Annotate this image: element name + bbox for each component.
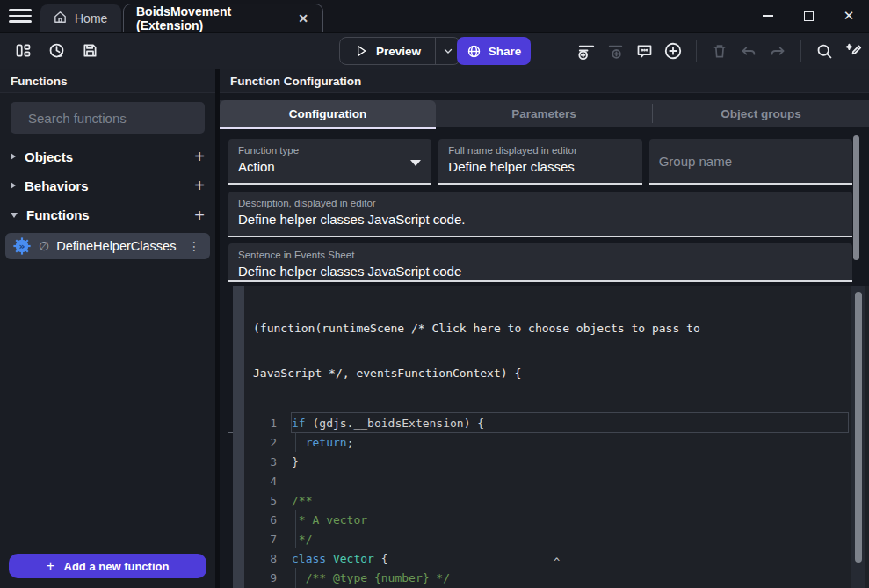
toolbar-separator	[800, 40, 801, 62]
tab-configuration[interactable]: Configuration	[220, 100, 436, 127]
save-icon[interactable]	[79, 40, 100, 62]
home-icon	[53, 10, 68, 27]
sentence-field[interactable]: Sentence in Events Sheet Define helper c…	[228, 243, 852, 282]
add-other-event-icon[interactable]	[663, 40, 684, 62]
close-window-button[interactable]: ✕	[829, 0, 869, 32]
javascript-code-event: (function(runtimeScene /* Click here to …	[220, 286, 869, 588]
group-name-input[interactable]	[659, 145, 843, 178]
code-line[interactable]: 2 return;	[253, 432, 848, 452]
line-number: 5	[253, 494, 292, 507]
code-line[interactable]: 1if (gdjs.__boidsExtension) {	[253, 413, 848, 432]
redo-icon[interactable]	[767, 40, 788, 62]
description-field[interactable]: Description, displayed in editor Define …	[228, 192, 852, 237]
line-number: 7	[253, 533, 292, 546]
tab-home-label: Home	[75, 11, 107, 25]
preview-options-dropdown[interactable]	[435, 38, 460, 64]
function-configuration-panel: Function Configuration Configuration Par…	[220, 69, 869, 588]
globe-icon	[467, 44, 482, 59]
line-number: 2	[253, 436, 292, 449]
line-content[interactable]: class Vector {	[292, 548, 848, 568]
delete-icon[interactable]	[709, 40, 730, 62]
share-button[interactable]: Share	[457, 37, 531, 65]
undo-icon[interactable]	[738, 40, 759, 62]
line-number: 9	[253, 571, 292, 584]
no-parameters-icon: ∅	[39, 239, 49, 253]
scroll-hint-caret: ^	[554, 556, 560, 569]
sentence-value: Define helper classes JavaScript code	[238, 264, 843, 279]
main-panel-header: Function Configuration	[220, 69, 869, 93]
preview-button[interactable]: Preview	[340, 38, 435, 64]
full-name-field[interactable]: Full name displayed in editor Define hel…	[438, 139, 641, 185]
group-name-field[interactable]	[649, 139, 852, 185]
code-line[interactable]: 5/**	[253, 490, 848, 510]
add-object-button[interactable]: +	[194, 148, 205, 165]
code-frame-header[interactable]: (function(runtimeScene /* Click here to …	[253, 291, 848, 410]
code-line[interactable]: 6 * A vector	[253, 510, 848, 529]
search-functions-box[interactable]	[11, 102, 205, 134]
content-area: Functions Objects + Behaviors + Function…	[0, 69, 869, 588]
preview-label: Preview	[376, 45, 421, 58]
window-controls: ✕	[748, 0, 869, 32]
add-event-icon[interactable]	[576, 40, 597, 62]
chevron-right-icon	[11, 153, 16, 160]
section-label: Functions	[26, 207, 185, 222]
function-item-label: DefineHelperClasses	[56, 239, 178, 253]
kebab-menu-icon[interactable]: ⋮	[185, 239, 203, 253]
chevron-down-icon	[11, 213, 18, 218]
minimize-button[interactable]	[748, 0, 788, 32]
add-comment-icon[interactable]	[634, 40, 655, 62]
tab-parameters[interactable]: Parameters	[436, 100, 652, 127]
line-number: 4	[253, 475, 292, 488]
share-label: Share	[489, 45, 522, 58]
add-behavior-button[interactable]: +	[194, 177, 205, 194]
code-editor[interactable]: (function(runtimeScene /* Click here to …	[244, 286, 869, 588]
line-content[interactable]: /**	[292, 490, 848, 510]
configuration-tabs: Configuration Parameters Object groups	[220, 100, 869, 127]
code-line[interactable]: 4	[253, 471, 848, 490]
sidebar-header: Functions	[0, 69, 215, 93]
form-scrollbar-thumb[interactable]	[853, 135, 859, 260]
function-type-label: Function type	[238, 145, 422, 156]
search-functions-input[interactable]	[28, 111, 203, 126]
add-new-function-label: Add a new function	[64, 560, 170, 573]
event-drag-handle[interactable]	[233, 286, 244, 588]
line-content[interactable]: }	[292, 452, 848, 471]
code-line[interactable]: 7 */	[253, 529, 848, 548]
line-content[interactable]	[292, 471, 848, 490]
minimize-icon	[763, 15, 773, 17]
line-content[interactable]: * A vector	[292, 510, 848, 529]
tab-active-label: BoidsMovement (Extension)	[136, 4, 289, 33]
version-history-icon[interactable]	[46, 40, 67, 62]
add-subevent-icon[interactable]	[605, 40, 626, 62]
tab-home[interactable]: Home	[40, 4, 121, 32]
sidebar-section-behaviors[interactable]: Behaviors +	[0, 171, 215, 200]
code-line[interactable]: 3}	[253, 452, 848, 471]
search-icon[interactable]	[814, 40, 835, 62]
code-line[interactable]: 8class Vector {	[253, 548, 848, 568]
tab-object-groups[interactable]: Object groups	[653, 100, 869, 127]
line-content[interactable]: return;	[292, 432, 848, 452]
function-item-definehelperclasses[interactable]: » ∅ DefineHelperClasses ⋮	[5, 233, 210, 259]
code-scrollbar-thumb[interactable]	[855, 292, 862, 563]
function-type-dropdown[interactable]: Function type Action	[228, 139, 431, 185]
add-new-function-button[interactable]: + Add a new function	[9, 554, 206, 578]
toolbar-left-icons	[0, 40, 100, 62]
toolbar-right-icons	[576, 33, 864, 69]
toolbar: Preview Share	[0, 32, 869, 69]
close-tab-icon[interactable]: ✕	[296, 11, 310, 26]
functions-sidebar: Functions Objects + Behaviors + Function…	[0, 69, 215, 588]
open-panels-icon[interactable]	[12, 40, 33, 62]
sidebar-section-objects[interactable]: Objects +	[0, 142, 215, 171]
tab-boidsmovement[interactable]: BoidsMovement (Extension) ✕	[123, 4, 323, 32]
code-line[interactable]: 9 /** @type {number} */	[253, 568, 848, 587]
hamburger-menu-icon[interactable]	[9, 6, 32, 25]
toolbar-separator	[696, 40, 697, 62]
line-content[interactable]: if (gdjs.__boidsExtension) {	[292, 413, 848, 432]
add-function-button[interactable]: +	[194, 207, 205, 224]
maximize-button[interactable]	[788, 0, 829, 32]
edit-extension-icon[interactable]	[843, 40, 864, 62]
preview-button-group: Preview	[339, 37, 460, 65]
line-content[interactable]: */	[292, 529, 848, 548]
sidebar-section-functions[interactable]: Functions +	[0, 200, 215, 229]
line-content[interactable]: /** @type {number} */	[292, 568, 848, 587]
